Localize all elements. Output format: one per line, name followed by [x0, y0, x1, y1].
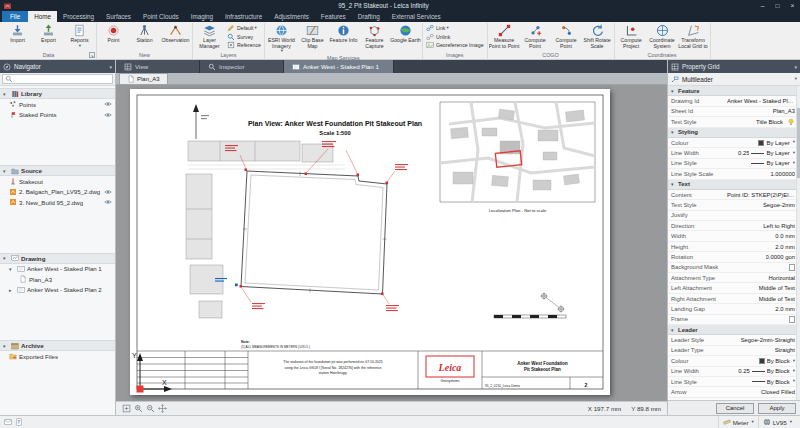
ribbon-tab-file[interactable]: File	[2, 11, 28, 22]
apply-button[interactable]: Apply	[758, 403, 796, 414]
search-field[interactable]	[2, 74, 113, 84]
cancel-button[interactable]: Cancel	[716, 403, 754, 414]
ribbon-button-layer-manager[interactable]: Layer Manager	[194, 23, 225, 49]
ribbon-tab-home[interactable]: Home	[28, 11, 57, 22]
zoom-in-icon[interactable]	[134, 404, 143, 413]
maximize-button[interactable]: □	[770, 0, 785, 11]
ribbon-button-default[interactable]: Default▾	[225, 24, 263, 33]
property-value[interactable]: By Block▾	[727, 358, 795, 364]
unit-selector[interactable]: Meter ▾	[718, 416, 758, 428]
checkbox[interactable]	[789, 264, 796, 271]
property-value[interactable]: Horizontal	[727, 275, 795, 281]
nav-item-plan-a3[interactable]: Plan_A3	[0, 274, 115, 285]
property-value[interactable]: Middle of Text	[727, 296, 795, 302]
property-value[interactable]: 0.0 mm	[727, 233, 795, 239]
nav-item-anker-west-staked-plan-1[interactable]: ▾Anker West - Staked Plan 1	[0, 264, 115, 275]
property-value[interactable]: Left to Right	[727, 223, 795, 229]
crs-selector[interactable]: LV95 ▾	[758, 416, 796, 428]
property-value[interactable]: Closed Filled	[727, 389, 795, 395]
property-value[interactable]: By Block▾	[727, 379, 795, 385]
ribbon-tab-point-clouds[interactable]: Point Clouds	[137, 11, 185, 22]
panel-menu-icon[interactable]: ▾	[794, 64, 797, 70]
property-value[interactable]: Segoe-2mm-Straight	[727, 337, 795, 343]
dialog-launcher-button[interactable]: ↘	[89, 52, 95, 58]
ribbon-button-reports[interactable]: Reports▾	[64, 23, 95, 48]
eye-icon[interactable]	[104, 100, 112, 108]
nav-item-exported-files[interactable]: Exported Files	[0, 351, 115, 362]
ribbon-button-export[interactable]: Export	[33, 23, 64, 44]
property-value[interactable]: 0.0000 gon	[727, 254, 795, 260]
ribbon-tab-drafting[interactable]: Drafting	[352, 11, 386, 22]
property-value[interactable]: Point ID: STKEP(2\P)Elevatic	[727, 192, 795, 198]
property-value[interactable]: 1.000000	[727, 171, 795, 177]
ribbon-button-transform-local-grid-to-local-grid[interactable]: Transform Local Grid to Local Grid	[678, 23, 709, 49]
ribbon-button-unlink[interactable]: Unlink	[424, 33, 486, 42]
search-input[interactable]	[15, 75, 110, 83]
ribbon-button-compute-project-coordinate[interactable]: Compute Project Coordinate	[616, 23, 647, 49]
property-value[interactable]: By Layer▾	[727, 160, 795, 166]
navigator-section-header-library[interactable]: ▾Library	[0, 88, 115, 99]
entity-selector[interactable]: Multileader ▾	[668, 73, 800, 86]
eye-icon[interactable]	[104, 111, 112, 119]
property-value[interactable]: 2.0 mm	[727, 244, 795, 250]
zoom-out-icon[interactable]	[146, 404, 155, 413]
ribbon-button-compute-point[interactable]: Compute Point	[551, 23, 582, 49]
ribbon-button-link[interactable]: Link▾	[424, 24, 486, 33]
expand-caret-icon[interactable]: ▸	[9, 287, 15, 293]
ribbon-button-georeference-image[interactable]: Georeference Image	[424, 41, 486, 50]
ribbon-tab-infrastructure[interactable]: Infrastructure	[219, 11, 268, 22]
ribbon-tab-features[interactable]: Features	[315, 11, 352, 22]
ribbon-button-import[interactable]: Import	[2, 23, 33, 44]
property-value[interactable]	[727, 316, 795, 323]
drawing-canvas[interactable]: Plan View: Anker West Foundation Pit Sta…	[116, 85, 667, 401]
message-icon[interactable]	[4, 418, 12, 426]
ribbon-button-reference[interactable]: Reference	[225, 41, 263, 50]
ribbon-tab-processing[interactable]: Processing	[57, 11, 100, 22]
ribbon-button-compute-point[interactable]: Compute Point	[520, 23, 551, 49]
ribbon-tab-imaging[interactable]: Imaging	[185, 11, 219, 22]
ribbon-button-feature-capture[interactable]: Feature Capture	[359, 23, 390, 49]
property-section-styling[interactable]: ▾Styling	[668, 128, 800, 138]
property-value[interactable]: Plan_A3	[727, 108, 795, 114]
scrollbar[interactable]	[796, 86, 800, 400]
document-tab-view[interactable]: View	[116, 60, 200, 73]
ribbon-button-station[interactable]: Station	[129, 23, 160, 44]
ribbon-button-survey[interactable]: Survey	[225, 33, 263, 42]
property-section-leader[interactable]: ▾Leader	[668, 325, 800, 335]
property-value[interactable]: 0.25By Block▾	[727, 368, 795, 374]
ribbon-button-feature-info[interactable]: Feature Info	[328, 23, 359, 44]
sheet-tab-plan-a3[interactable]: Plan_A3	[119, 73, 168, 84]
nav-item-2-balgach-plan-lv95-2-dwg[interactable]: 2. Balgach_Plan_LV95_2.dwg	[0, 187, 115, 198]
ribbon-tab-external-services[interactable]: External Services	[386, 11, 447, 22]
report-status-icon[interactable]	[15, 418, 23, 426]
property-value[interactable]: Segoe-2mm	[727, 202, 795, 208]
navigator-section-header-archive[interactable]: ▾Archive	[0, 340, 115, 351]
ribbon-button-esri-world-imagery[interactable]: ESRI World Imagery▾	[266, 23, 297, 54]
nav-item-3-new-build-95-2-dwg[interactable]: 3. New_Build 95_2.dwg	[0, 197, 115, 208]
ribbon-button-point[interactable]: Point	[98, 23, 129, 44]
expand-caret-icon[interactable]: ▾	[9, 266, 15, 272]
property-value[interactable]: Title Block	[727, 118, 795, 126]
ribbon-button-coordinate-system-manager[interactable]: Coordinate System Manager	[647, 23, 678, 49]
ribbon-tab-adjustments[interactable]: Adjustments	[268, 11, 315, 22]
nav-item-anker-west-staked-plan-2[interactable]: ▸Anker West - Staked Plan 2	[0, 285, 115, 296]
navigator-section-header-source[interactable]: ▾Source	[0, 165, 115, 176]
document-tab-inspector[interactable]: Inspector	[200, 60, 284, 73]
ribbon-button-clip-base-map[interactable]: Clip Base Map	[297, 23, 328, 49]
checkbox[interactable]	[789, 316, 796, 323]
property-value[interactable]: 2.0 mm	[727, 306, 795, 312]
close-button[interactable]: ×	[785, 0, 800, 11]
nav-item-staked-points[interactable]: Staked Points	[0, 110, 115, 121]
property-section-feature[interactable]: ▾Feature	[668, 86, 800, 96]
ribbon-tab-surfaces[interactable]: Surfaces	[100, 11, 137, 22]
navigator-section-header-drawing[interactable]: ▾Drawing	[0, 253, 115, 264]
ribbon-button-google-earth[interactable]: Google Earth	[390, 23, 421, 44]
ribbon-button-measure-point-to-point[interactable]: Measure Point to Point	[489, 23, 520, 49]
property-value[interactable]: Straight	[727, 347, 795, 353]
property-section-text[interactable]: ▾Text	[668, 180, 800, 190]
property-value[interactable]: Anker West - Staked Plan 1	[727, 98, 795, 104]
nav-item-stakeout[interactable]: Stakeout	[0, 176, 115, 187]
nav-item-points[interactable]: Points	[0, 99, 115, 110]
ribbon-button-observation[interactable]: Observation	[160, 23, 191, 44]
property-value[interactable]: Middle of Text	[727, 285, 795, 291]
